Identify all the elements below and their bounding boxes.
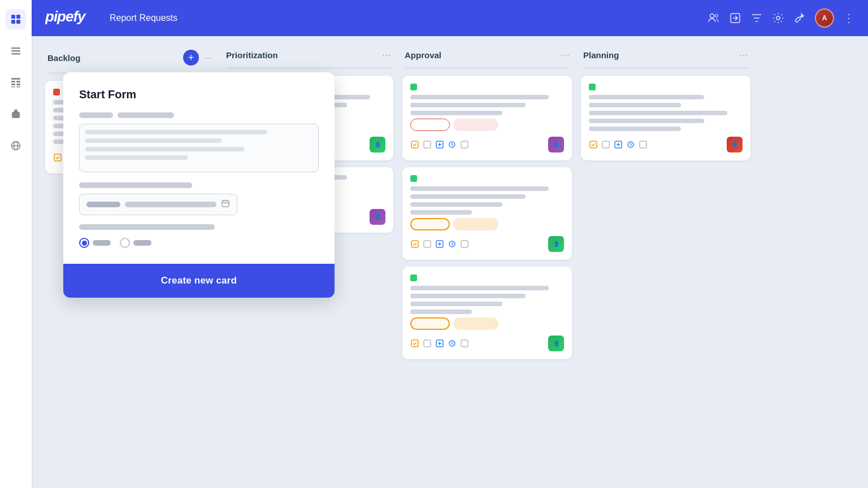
svg-point-16 [14, 114, 15, 116]
column-divider-approval [405, 67, 570, 69]
svg-rect-48 [461, 241, 468, 247]
card-avatar: 👤 [548, 137, 564, 152]
radio-label [93, 240, 111, 246]
card-icon [423, 239, 432, 249]
users-icon[interactable] [708, 12, 720, 24]
pill-tag [453, 119, 498, 131]
settings-icon[interactable] [772, 12, 784, 24]
column-more-prioritization[interactable]: ⋯ [382, 50, 391, 60]
card-icon [626, 140, 635, 149]
card-line [410, 310, 472, 314]
svg-rect-18 [14, 116, 18, 117]
form-label-block [118, 112, 174, 118]
card-icon [410, 339, 419, 348]
pill-tag [453, 218, 498, 230]
form-date-label [79, 182, 192, 188]
card-icon [460, 140, 469, 149]
card-approval-2[interactable]: 👤 [402, 167, 572, 260]
badge-green [589, 84, 596, 90]
card-icon [423, 339, 432, 348]
column-more-approval[interactable]: ⋯ [561, 50, 570, 60]
svg-point-17 [16, 114, 18, 116]
card-line [589, 119, 704, 123]
textarea-line [85, 130, 267, 134]
card-icon [435, 239, 444, 249]
card-line [589, 111, 727, 115]
form-field-1-label-row [79, 112, 319, 118]
form-textarea[interactable] [79, 124, 319, 172]
form-date-input[interactable] [79, 194, 237, 215]
form-date-text [125, 202, 216, 207]
pill-tag [410, 218, 450, 230]
card-icon [410, 140, 419, 149]
svg-rect-1 [16, 15, 20, 19]
svg-point-23 [710, 14, 714, 18]
card-planning-1[interactable]: 👤 [581, 76, 750, 160]
column-title-planning: Planning [583, 50, 735, 60]
user-avatar[interactable]: A [815, 8, 834, 28]
svg-rect-43 [461, 141, 468, 148]
card-icon [435, 140, 444, 149]
sidebar-item-globe[interactable] [6, 136, 26, 156]
card-icon-check [53, 153, 62, 162]
column-divider-planning [583, 67, 748, 69]
column-more-planning[interactable]: ⋯ [739, 50, 748, 60]
main-area: pipefy Report Requests [32, 0, 868, 488]
radio-option-2[interactable] [120, 238, 151, 248]
svg-rect-50 [424, 340, 431, 347]
column-more-backlog[interactable]: ⋯ [203, 53, 212, 63]
modal-footer: Create new card [63, 264, 335, 298]
sidebar-item-list[interactable] [6, 41, 26, 61]
svg-rect-58 [640, 141, 646, 148]
card-icon [614, 140, 623, 149]
card-icon [601, 140, 610, 149]
card-avatar: 👤 [370, 137, 385, 152]
radio-label [133, 240, 151, 246]
sidebar-item-table[interactable] [6, 72, 26, 93]
svg-point-27 [776, 16, 780, 20]
svg-rect-13 [16, 86, 20, 88]
card-icon [460, 339, 469, 348]
filter-icon[interactable] [750, 12, 763, 24]
header-actions: A ⋮ [708, 8, 854, 28]
card-icon [410, 239, 419, 249]
column-header-approval: Approval ⋯ [402, 50, 572, 60]
card-icon [460, 239, 469, 249]
form-label-block [79, 112, 113, 118]
start-form-modal: Start Form [63, 72, 335, 298]
sidebar [0, 0, 32, 488]
card-icon [639, 140, 648, 149]
svg-rect-8 [11, 81, 15, 82]
card-approval-3[interactable]: 👤 [402, 267, 572, 359]
badge-green [410, 84, 417, 90]
column-header-planning: Planning ⋯ [581, 50, 750, 60]
pill-tag [410, 119, 450, 131]
card-avatar: 👤 [727, 137, 743, 152]
more-icon[interactable]: ⋮ [843, 11, 854, 25]
svg-rect-45 [424, 241, 431, 247]
create-new-card-button[interactable]: Create new card [63, 264, 335, 298]
card-line [589, 103, 681, 107]
sidebar-item-bot[interactable] [6, 104, 26, 124]
card-icon [423, 140, 432, 149]
column-title-prioritization: Prioritization [226, 50, 377, 60]
card-approval-1[interactable]: 👤 [402, 76, 572, 160]
svg-text:pipefy: pipefy [45, 8, 86, 25]
radio-option-1[interactable] [79, 238, 111, 248]
column-header-backlog: Backlog + ⋯ [45, 50, 215, 66]
badge-green [410, 274, 417, 281]
svg-rect-11 [16, 84, 20, 85]
sidebar-item-grid[interactable] [6, 9, 26, 29]
form-date-pill [86, 202, 120, 207]
badge-red [53, 89, 60, 95]
card-line [410, 111, 502, 115]
modal-body: Start Form [63, 72, 335, 264]
svg-rect-4 [11, 47, 20, 49]
wrench-icon[interactable] [793, 12, 806, 24]
svg-point-24 [715, 15, 718, 18]
import-icon[interactable] [729, 12, 741, 24]
add-card-backlog[interactable]: + [183, 50, 199, 66]
card-avatar: 👤 [548, 236, 564, 252]
card-avatar: 👤 [548, 336, 564, 351]
svg-rect-15 [14, 110, 18, 112]
